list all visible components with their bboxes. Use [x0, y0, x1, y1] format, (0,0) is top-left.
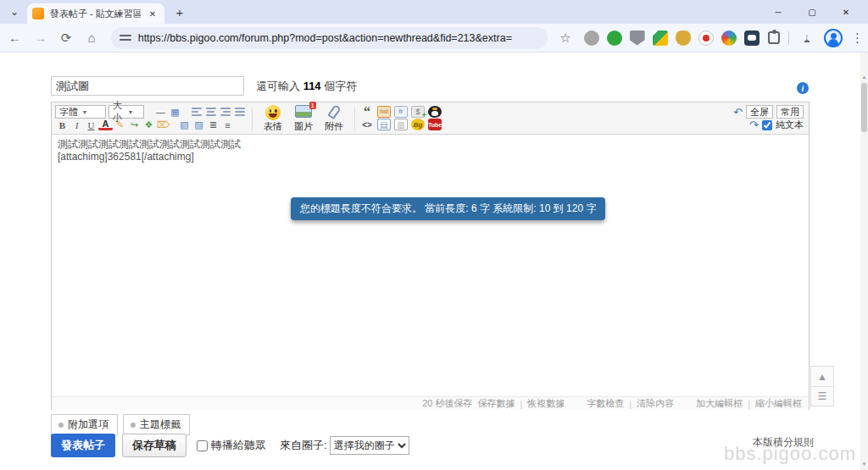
save-draft-button[interactable]: 保存草稿: [122, 434, 186, 457]
editor-toolbar: 字體▾ 大小▾ — ▦: [52, 102, 809, 135]
thumb-extension-icon[interactable]: [607, 30, 622, 46]
extensions-puzzle-icon[interactable]: [768, 31, 781, 44]
paw-extension-icon[interactable]: [676, 30, 691, 46]
scrollbar-down-icon[interactable]: ▼: [860, 460, 868, 468]
image-right-icon[interactable]: ▨: [192, 119, 206, 131]
code-icon[interactable]: <>: [360, 119, 374, 130]
scrollbar-up-icon[interactable]: ▲: [860, 73, 868, 81]
chrome-menu-icon[interactable]: ⋮: [847, 27, 868, 49]
italic-icon[interactable]: I: [70, 119, 84, 131]
minimize-button[interactable]: ─: [761, 0, 795, 24]
attachment-button[interactable]: 附件: [319, 104, 349, 132]
common-button[interactable]: 常用: [776, 105, 804, 119]
enlarge-editor-link[interactable]: 加大編輯框: [696, 397, 743, 410]
fullscreen-button[interactable]: 全屏: [746, 105, 773, 119]
maximize-button[interactable]: ▢: [795, 0, 829, 24]
font-color-icon[interactable]: A: [98, 119, 113, 130]
notes-extension-icon[interactable]: [653, 30, 668, 46]
media-icon[interactable]: ❖: [142, 119, 156, 131]
restore-data-link[interactable]: 恢複數據: [527, 397, 565, 410]
hidden-content-icon[interactable]: hid: [377, 106, 391, 118]
link-icon[interactable]: ↪: [127, 119, 142, 131]
unordered-list-icon[interactable]: ≡: [220, 119, 235, 131]
post-thread-button[interactable]: 發表帖子: [51, 434, 115, 457]
circle-select[interactable]: 選擇我的圈子: [330, 436, 409, 455]
info-icon[interactable]: i: [797, 82, 809, 94]
window-close-button[interactable]: ✕: [829, 0, 863, 24]
word-check-link[interactable]: 字數檢查: [587, 397, 624, 410]
topic-tags-tab[interactable]: 主題標籤: [123, 414, 190, 435]
broadcast-checkbox[interactable]: [197, 440, 208, 451]
bullet-icon: [58, 423, 64, 428]
thread-list-button[interactable]: ☰: [811, 386, 833, 406]
document-icon[interactable]: ▤: [377, 119, 391, 130]
font-size-select[interactable]: 大小▾: [108, 105, 144, 119]
window-controls: ─ ▢ ✕: [761, 0, 863, 24]
youtube-icon[interactable]: Tube: [428, 119, 442, 130]
page-scrollbar[interactable]: ▲ ▼: [860, 53, 868, 470]
record-extension-icon[interactable]: [698, 30, 714, 46]
format-brush-icon[interactable]: ✎: [113, 119, 127, 131]
active-tab[interactable]: 發表帖子 - 貼文練習區 - 痞酷網_P ✕: [27, 3, 164, 24]
reload-icon[interactable]: ⟳: [55, 27, 76, 49]
sell-content-icon[interactable]: $+: [411, 106, 425, 118]
align-left-icon[interactable]: [189, 106, 203, 119]
background-icon[interactable]: Bg: [411, 119, 425, 130]
free-content-icon[interactable]: fr: [394, 106, 408, 118]
content-line-2: [attachimg]362581[/attachimg]: [58, 151, 803, 163]
columns-icon[interactable]: ▥: [394, 119, 408, 130]
scroll-top-button[interactable]: ▲: [811, 367, 833, 386]
line-extension-icon[interactable]: [744, 30, 760, 46]
site-info-icon[interactable]: [120, 33, 131, 43]
align-right-icon[interactable]: [218, 106, 232, 119]
remove-format-icon[interactable]: ⌦: [156, 119, 170, 131]
extra-options-tab[interactable]: 附加選項: [51, 414, 118, 435]
horizontal-rule-icon[interactable]: —: [153, 106, 168, 119]
image-left-icon[interactable]: ▧: [177, 119, 192, 131]
colorwheel-extension-icon[interactable]: [721, 30, 737, 46]
align-center-icon[interactable]: [203, 106, 218, 119]
scrollbar-thumb[interactable]: [861, 83, 867, 132]
bookmark-star-icon[interactable]: ☆: [554, 27, 576, 49]
forward-icon[interactable]: →: [30, 27, 51, 49]
site-watermark: bbs.pigoo.com: [724, 443, 856, 465]
align-justify-icon[interactable]: [232, 106, 247, 119]
options-row: 附加選項 主題標籤: [51, 414, 190, 435]
bullet-icon: [131, 423, 136, 428]
qq-icon[interactable]: [428, 106, 442, 118]
content-line-1: 測試測試測試測試測試測試測試測試測試: [58, 138, 803, 151]
plaintext-checkbox[interactable]: [762, 120, 772, 130]
address-bar[interactable]: https://bbs.pigoo.com/forum.php?mod=post…: [111, 27, 548, 49]
title-length-warning-tooltip: 您的標題長度不符合要求。 當前長度: 6 字 系統限制: 10 到 120 字: [291, 197, 605, 220]
smilies-button[interactable]: 表情: [258, 104, 288, 132]
up-arrow-icon: ▲: [817, 371, 827, 383]
back-icon[interactable]: ←: [4, 27, 25, 49]
post-editor: 字體▾ 大小▾ — ▦: [51, 102, 810, 410]
save-data-link[interactable]: 保存數據: [477, 397, 515, 410]
font-family-select[interactable]: 字體▾: [55, 105, 106, 119]
ublock-extension-icon[interactable]: [630, 30, 645, 46]
insert-image-button[interactable]: 1 圖片: [288, 104, 319, 132]
redo-icon[interactable]: ↷: [749, 119, 759, 131]
clear-content-link[interactable]: 清除内容: [637, 397, 674, 410]
ordered-list-icon[interactable]: ≣: [206, 119, 220, 131]
url-text[interactable]: https://bbs.pigoo.com/forum.php?mod=post…: [138, 32, 512, 44]
tab-close-icon[interactable]: ✕: [146, 7, 159, 20]
subject-input[interactable]: [51, 76, 244, 96]
adblock-extension-icon[interactable]: [584, 30, 599, 46]
bold-icon[interactable]: B: [55, 119, 70, 131]
quote-icon[interactable]: “: [360, 106, 374, 118]
table-icon[interactable]: ▦: [168, 106, 182, 119]
undo-icon[interactable]: ↶: [733, 106, 743, 119]
editor-statusbar: 20 秒後保存 保存數據 | 恢複數據 字數檢查 | 清除内容 加大編輯框 | …: [52, 396, 809, 410]
editor-textarea[interactable]: 測試測試測試測試測試測試測試測試測試 [attachimg]362581[/at…: [52, 135, 809, 396]
toolbar-left-cluster: 字體▾ 大小▾ — ▦: [55, 104, 247, 132]
profile-avatar-icon[interactable]: [824, 29, 842, 47]
downloads-icon[interactable]: ↓: [796, 27, 817, 49]
toolbar-separator: [788, 31, 789, 45]
tab-search-chevron-icon[interactable]: ⌄: [5, 3, 24, 20]
home-icon[interactable]: ⌂: [81, 27, 103, 49]
new-tab-button[interactable]: +: [170, 2, 190, 22]
shrink-editor-link[interactable]: 縮小編輯框: [755, 397, 802, 410]
underline-icon[interactable]: U: [84, 119, 98, 131]
